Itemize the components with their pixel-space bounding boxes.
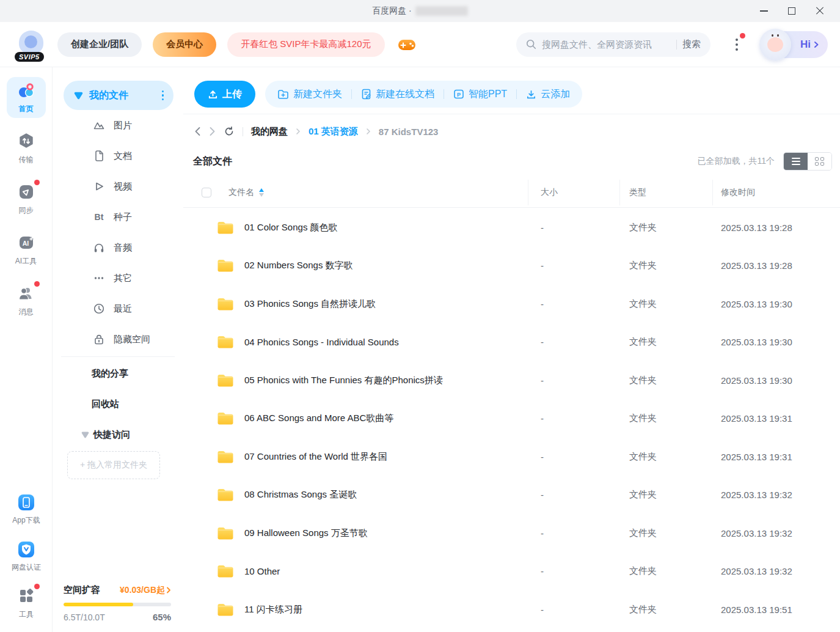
breadcrumb-folder[interactable]: 01 英语资源	[309, 126, 358, 138]
file-name[interactable]: 03 Phonics Songs 自然拼读儿歌	[244, 298, 376, 310]
table-row[interactable]: 08 Christmas Songs 圣诞歌 - 文件夹 2025.03.13 …	[183, 476, 840, 515]
table-header: 文件名 大小 类型 修改时间	[183, 177, 840, 208]
sidebar-item-my-files[interactable]: 我的文件	[64, 81, 173, 110]
file-size: -	[541, 260, 544, 271]
minimize-button[interactable]	[750, 0, 778, 22]
breadcrumb-root[interactable]: 我的网盘	[251, 126, 288, 138]
select-all-checkbox[interactable]	[202, 188, 211, 197]
sidebar-item-recent[interactable]: 最近	[53, 293, 183, 324]
my-files-menu-icon[interactable]	[162, 90, 164, 101]
storage-panel: 空间扩容 ¥0.03/GB起 6.5T/10.0T 65%	[64, 584, 171, 622]
sidebar-item-documents[interactable]: 文档	[53, 141, 183, 171]
column-header-modified[interactable]: 修改时间	[721, 187, 755, 198]
table-row[interactable]: 10 Other - 文件夹 2025.03.13 19:32	[183, 553, 840, 591]
logo-inner	[24, 35, 37, 48]
table-row[interactable]: 06 ABC Songs and More ABC歌曲等 - 文件夹 2025.…	[183, 400, 840, 438]
file-list: 01 Color Songs 颜色歌 - 文件夹 2025.03.13 19:2…	[183, 208, 840, 629]
app-title: 百度网盘 ·	[372, 6, 412, 17]
new-folder-button[interactable]: 新建文件夹	[277, 88, 342, 101]
sidebar-item-quick-access[interactable]: 快捷访问	[53, 419, 183, 450]
file-size: -	[541, 604, 544, 615]
table-row[interactable]: 05 Phonics with The Funnies 有趣的Phonics拼读…	[183, 361, 840, 400]
table-row[interactable]: 11 闪卡练习册 - 文件夹 2025.03.13 19:51	[183, 590, 840, 629]
file-name[interactable]: 07 Countries of the World 世界各国	[244, 451, 387, 463]
search-icon	[526, 39, 536, 50]
toolbar: 上传 新建文件夹 新建在线文档 P 智能PPT 云添加	[194, 81, 582, 108]
sidebar-item-recycle-bin[interactable]: 回收站	[53, 389, 183, 419]
table-row[interactable]: 04 Phonics Songs - Individual Sounds - 文…	[183, 323, 840, 362]
user-avatar-button[interactable]: Hi	[762, 31, 828, 58]
promo-banner[interactable]: 开春红包 SVIP年卡最高减120元	[227, 32, 384, 57]
file-name[interactable]: 02 Numbers Songs 数字歌	[244, 260, 353, 271]
rail-item-messages[interactable]: 消息	[7, 280, 46, 321]
back-button[interactable]	[194, 127, 201, 136]
sidebar-item-others[interactable]: 其它	[53, 263, 183, 293]
category-label: 图片	[114, 120, 132, 131]
rail-item-app-download[interactable]: App下载	[7, 488, 46, 529]
create-team-button[interactable]: 创建企业/团队	[57, 32, 142, 57]
drop-favorite-folder-zone[interactable]: + 拖入常用文件夹	[67, 451, 160, 479]
grid-view-button[interactable]	[808, 153, 831, 170]
sidebar-item-torrents[interactable]: Bt 种子	[53, 202, 183, 232]
file-modified: 2025.03.13 19:51	[721, 604, 792, 615]
column-header-size[interactable]: 大小	[541, 187, 558, 198]
upload-button[interactable]: 上传	[194, 81, 255, 108]
file-name[interactable]: 04 Phonics Songs - Individual Sounds	[244, 337, 399, 347]
search-input[interactable]	[542, 39, 671, 50]
column-label: 文件名	[228, 187, 254, 198]
rail-label: 消息	[7, 307, 46, 317]
smart-ppt-icon: P	[453, 89, 464, 100]
new-online-doc-button[interactable]: 新建在线文档	[361, 88, 434, 101]
file-name[interactable]: 10 Other	[244, 566, 280, 576]
column-header-name[interactable]: 文件名	[228, 187, 264, 198]
storage-progress-fill	[64, 603, 133, 606]
game-center-icon[interactable]	[397, 37, 417, 53]
search-bar[interactable]: 搜索	[516, 32, 710, 57]
close-button[interactable]	[806, 0, 834, 22]
more-menu-button[interactable]	[730, 35, 743, 54]
refresh-button[interactable]	[224, 126, 235, 137]
sidebar-item-videos[interactable]: 视频	[53, 171, 183, 202]
storage-expand-label[interactable]: 空间扩容	[64, 584, 100, 596]
rail-item-transfer[interactable]: 传输	[7, 128, 46, 169]
sidebar-item-audio[interactable]: 音频	[53, 232, 183, 263]
table-row[interactable]: 02 Numbers Songs 数字歌 - 文件夹 2025.03.13 19…	[183, 247, 840, 285]
file-name[interactable]: 09 Halloween Songs 万圣节歌	[244, 527, 368, 539]
folder-icon	[217, 526, 234, 540]
file-name[interactable]: 01 Color Songs 颜色歌	[244, 222, 338, 233]
cloud-add-button[interactable]: 云添加	[526, 88, 570, 101]
rail-item-home[interactable]: 首页	[7, 77, 46, 118]
search-button[interactable]: 搜索	[682, 39, 701, 50]
file-name[interactable]: 06 ABC Songs and More ABC歌曲等	[244, 413, 393, 424]
sidebar-item-pictures[interactable]: 图片	[53, 110, 183, 141]
rail-item-verify[interactable]: 网盘认证	[7, 535, 46, 576]
maximize-button[interactable]	[778, 0, 806, 22]
sync-badge	[34, 180, 40, 185]
member-center-button[interactable]: 会员中心	[153, 32, 216, 57]
rail-item-ai-tools[interactable]: AI AI工具	[7, 229, 46, 270]
forward-button[interactable]	[209, 127, 216, 136]
sidebar-item-hidden-space[interactable]: 隐藏空间	[53, 324, 183, 355]
breadcrumb-separator-icon	[296, 128, 301, 135]
file-type: 文件夹	[629, 298, 657, 310]
file-name[interactable]: 11 闪卡练习册	[244, 604, 302, 615]
file-type: 文件夹	[629, 260, 657, 271]
storage-price-link[interactable]: ¥0.03/GB起	[120, 585, 171, 596]
table-row[interactable]: 07 Countries of the World 世界各国 - 文件夹 202…	[183, 438, 840, 476]
toolbar-separator	[444, 89, 444, 99]
file-name[interactable]: 05 Phonics with The Funnies 有趣的Phonics拼读	[244, 375, 443, 386]
upload-label: 上传	[222, 88, 242, 101]
list-view-button[interactable]	[784, 153, 808, 170]
rail-label: AI工具	[7, 256, 46, 266]
rail-item-tools[interactable]: 工具	[7, 582, 46, 623]
smart-ppt-button[interactable]: P 智能PPT	[453, 88, 507, 101]
table-row[interactable]: 01 Color Songs 颜色歌 - 文件夹 2025.03.13 19:2…	[183, 208, 840, 247]
storage-percent: 65%	[153, 612, 171, 622]
table-row[interactable]: 09 Halloween Songs 万圣节歌 - 文件夹 2025.03.13…	[183, 514, 840, 553]
table-row[interactable]: 03 Phonics Songs 自然拼读儿歌 - 文件夹 2025.03.13…	[183, 285, 840, 323]
column-header-type[interactable]: 类型	[629, 187, 646, 198]
sidebar-item-my-share[interactable]: 我的分享	[53, 358, 183, 389]
svip-logo[interactable]: SVIP5	[16, 29, 46, 60]
rail-item-sync[interactable]: 同步	[7, 178, 46, 219]
file-name[interactable]: 08 Christmas Songs 圣诞歌	[244, 489, 357, 501]
